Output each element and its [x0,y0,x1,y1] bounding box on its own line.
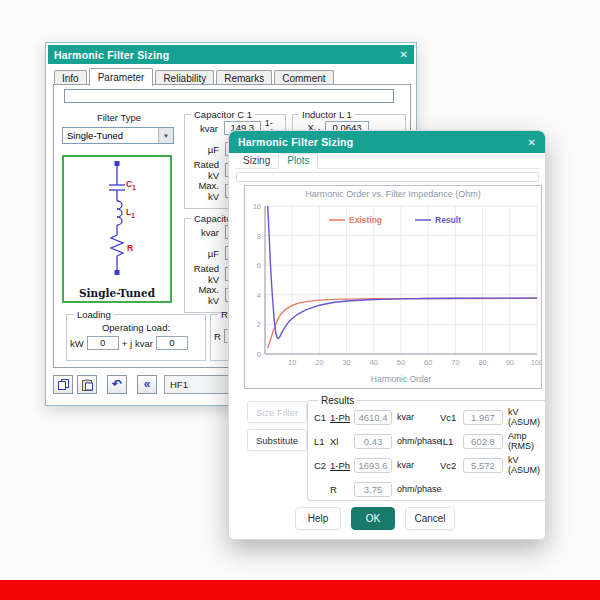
c2-unit: kvar [392,460,440,470]
max-kv-label: Max. kV [187,284,219,306]
impedance-chart: Harmonic Order vs. Filter Impedance (Ohm… [244,185,542,389]
filter-diagram: C1 L1 R Single-Tuned [62,155,172,303]
svg-text:30: 30 [342,358,350,367]
svg-text:Harmonic Order: Harmonic Order [371,374,432,384]
uf-label: µF [187,248,219,259]
il1-label: IL1 [440,436,463,447]
r-unit: ohm/phase [392,484,440,494]
sizing-plots-window: Harmonic Filter Sizing ✕ Sizing Plots Ha… [228,130,546,540]
paste-button[interactable] [77,375,97,394]
svg-text:60: 60 [424,358,432,367]
substitute-button[interactable]: Substitute [247,429,307,451]
filter-type-dropdown[interactable]: Single-Tuned ▼ [62,127,174,144]
operating-load-label: Operating Load: [70,322,202,333]
svg-text:10: 10 [253,202,261,211]
kvar-label: kvar [187,123,218,134]
c2-phase-link[interactable]: 1-Ph [330,460,354,471]
kw-field[interactable]: 0 [87,336,119,350]
previous-button[interactable]: « [137,375,157,394]
kvar-label: kvar [187,227,219,238]
vc1-unit: kV (ASUM) [503,407,540,427]
vc1-result: 1.967 [463,410,503,425]
bottom-red-bar [0,580,600,600]
rated-kv-label: Rated kV [187,159,219,181]
max-kv-label: Max. kV [187,180,219,202]
copy-button[interactable] [53,375,73,394]
result-row-c2: C2 1-Ph 1693.6 kvar Vc2 5.572 kV (ASUM) [314,457,540,473]
vc2-label: Vc2 [440,460,463,471]
svg-text:50: 50 [397,358,405,367]
load-kvar-field[interactable]: 0 [156,336,188,350]
c1-label: C1 [314,412,330,423]
capacitor-c1-title: Capacitor C 1 [191,109,255,120]
header-field[interactable] [64,89,394,103]
svg-text:4: 4 [257,291,261,300]
tab-sizing[interactable]: Sizing [235,154,278,168]
kw-label: kW [70,338,84,349]
l1-label: L1 [314,436,330,447]
copy-icon [57,378,70,391]
svg-text:10: 10 [288,358,296,367]
xl-unit: ohm/phase [392,436,440,446]
cap-c1-label: C1 [126,179,136,191]
chevron-down-icon[interactable]: ▼ [158,128,173,143]
plots-window-titlebar[interactable]: Harmonic Filter Sizing ✕ [229,131,545,153]
svg-text:Existing: Existing [349,215,382,225]
c2-label: C2 [314,460,330,471]
filter-type-value: Single-Tuned [63,130,158,141]
c1-phase-link[interactable]: 1-Ph [330,412,354,423]
r-label: R [214,331,221,342]
c1-unit: kvar [392,412,440,422]
svg-text:80: 80 [478,358,486,367]
filter-type-label: Filter Type [60,112,178,123]
ok-button[interactable]: OK [351,507,395,530]
close-icon[interactable]: ✕ [400,49,408,60]
undo-button[interactable]: ↶ [107,375,127,394]
cancel-button[interactable]: Cancel [405,507,455,530]
svg-text:100: 100 [531,358,541,367]
res-r-label: R [127,243,133,253]
uf-label: µF [187,144,219,155]
svg-text:8: 8 [257,232,261,241]
vc1-label: Vc1 [440,412,463,423]
r-label: R [330,484,354,495]
svg-text:40: 40 [370,358,378,367]
parameter-window-titlebar[interactable]: Harmonic Filter Sizing ✕ [48,45,414,64]
chevron-left-icon: « [144,378,151,390]
c2-kvar-result: 1693.6 [354,458,392,473]
loading-title: Loading [74,309,114,320]
size-filter-button[interactable]: Size Filter [247,401,307,423]
loading-group: Loading Operating Load: kW 0 + j kvar 0 [66,309,206,361]
circuit-drawing [64,157,170,279]
svg-text:Harmonic Order vs. Filter Impe: Harmonic Order vs. Filter Impedance (Ohm… [305,189,481,199]
plus-j-label: + j [122,338,132,349]
tab-plots[interactable]: Plots [278,153,318,169]
result-row-l1: L1 Xl 0.43 ohm/phase IL1 602.8 Amp (RMS) [314,433,540,449]
svg-text:0: 0 [257,350,261,359]
help-button[interactable]: Help [295,507,341,530]
plots-toolbar-strip [236,172,539,182]
svg-text:20: 20 [315,358,323,367]
r-result: 3.75 [354,482,392,497]
window-title: Harmonic Filter Sizing [238,136,528,148]
xl-result: 0.43 [354,434,392,449]
rated-kv-label: Rated kV [187,263,219,285]
results-group: Results C1 1-Ph 4610.4 kvar Vc1 1.967 kV… [307,395,546,501]
tab-parameter[interactable]: Parameter [89,68,154,86]
results-title: Results [318,395,357,406]
vc2-result: 5.572 [463,458,503,473]
impedance-chart-svg: Harmonic Order vs. Filter Impedance (Ohm… [245,186,541,388]
il1-result: 602.8 [463,434,503,449]
svg-text:90: 90 [506,358,514,367]
svg-text:Result: Result [435,215,461,225]
svg-text:70: 70 [451,358,459,367]
vc2-unit: kV (ASUM) [503,455,540,475]
il1-unit: Amp (RMS) [503,431,540,451]
undo-icon: ↶ [112,378,122,390]
inductor-l1-title: Inductor L 1 [299,109,355,120]
close-icon[interactable]: ✕ [528,137,536,148]
kvar-label: kvar [135,338,153,349]
diagram-caption: Single-Tuned [64,287,170,299]
svg-text:6: 6 [257,261,261,270]
paste-icon [81,378,94,391]
